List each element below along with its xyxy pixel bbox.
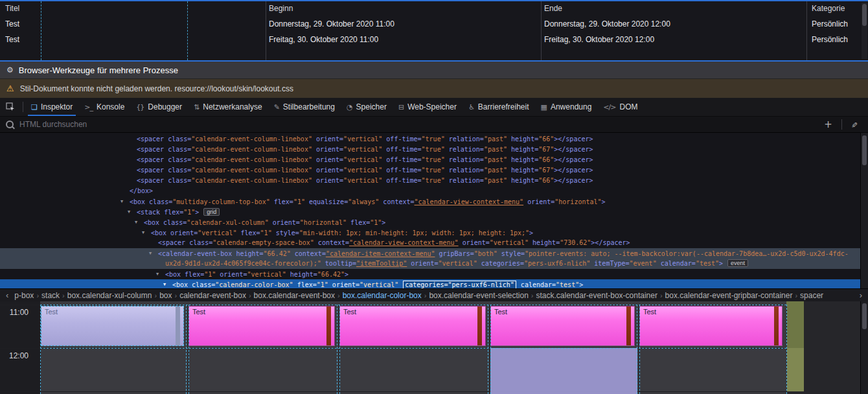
grid-badge[interactable]: grid bbox=[203, 208, 220, 216]
event-badge[interactable]: event bbox=[727, 259, 748, 267]
column-header-beginn[interactable]: Beginn bbox=[269, 3, 293, 14]
breadcrumb-item[interactable]: box.calendar-xul-column bbox=[65, 291, 155, 300]
calendar-scrollbar[interactable] bbox=[860, 301, 868, 394]
event-list-row[interactable]: TestFreitag, 30. Oktober 2020 11:00Freit… bbox=[0, 32, 868, 47]
markup-line[interactable]: ▼<box class="calendar-xul-column" orient… bbox=[0, 217, 868, 227]
markup-line[interactable]: <spacer class="calendar-event-column-lin… bbox=[0, 176, 868, 186]
code-token: "past" bbox=[484, 146, 507, 153]
calendar-event[interactable]: Test bbox=[639, 306, 782, 346]
code-token: > bbox=[529, 229, 533, 237]
markup-line[interactable]: <spacer class="calendar-empty-space-box"… bbox=[0, 238, 868, 248]
twisty-icon[interactable]: ▼ bbox=[120, 196, 130, 207]
grid-overlay-line bbox=[337, 305, 337, 394]
column-header-kategorie[interactable]: Kategorie bbox=[812, 3, 845, 14]
event-list-row[interactable]: TestDonnerstag, 29. Oktober 2020 11:00Do… bbox=[0, 16, 868, 32]
code-token: "event" bbox=[630, 260, 657, 267]
tab-netzwerkanalyse[interactable]: ⇅Netzwerkanalyse bbox=[188, 98, 268, 116]
code-token: <stack flex= bbox=[137, 209, 183, 216]
event-cell: Freitag, 30. Oktober 2020 11:00 bbox=[269, 32, 378, 47]
breadcrumb-item[interactable]: box bbox=[157, 291, 174, 300]
markup-line[interactable]: ▼<box orient="vertical" flex="1" style="… bbox=[0, 227, 868, 238]
markup-line[interactable]: <spacer class="calendar-event-column-lin… bbox=[0, 165, 868, 176]
breadcrumb-scroll-left-icon[interactable]: ‹ bbox=[3, 290, 12, 300]
column-resizer[interactable] bbox=[266, 1, 266, 60]
add-node-button[interactable]: + bbox=[821, 119, 835, 130]
markup-line[interactable]: <spacer class="calendar-event-column-lin… bbox=[0, 145, 868, 155]
tab-label: Speicher bbox=[356, 102, 387, 111]
code-token: relation= bbox=[445, 135, 484, 143]
calendar-event[interactable]: Test bbox=[490, 306, 635, 346]
breadcrumb-item[interactable]: spacer bbox=[797, 291, 826, 300]
markup-line[interactable]: <spacer class="calendar-event-column-lin… bbox=[0, 134, 868, 145]
calendar-event[interactable]: Test bbox=[188, 306, 335, 346]
tab-speicher[interactable]: ◔Speicher bbox=[341, 98, 393, 116]
tab-stilbearbeitung[interactable]: ✎Stilbearbeitung bbox=[268, 98, 341, 116]
code-token: orient= bbox=[523, 198, 554, 205]
search-input[interactable] bbox=[18, 119, 817, 130]
grid-overlay-line bbox=[188, 305, 189, 394]
tab-barrierefreiheit[interactable]: ♿Barrierefreiheit bbox=[463, 98, 535, 116]
tab-konsole[interactable]: >_Konsole bbox=[78, 98, 130, 116]
node-picker-button[interactable] bbox=[0, 98, 21, 116]
column-header-ende[interactable]: Ende bbox=[544, 3, 562, 14]
code-token: "1" bbox=[293, 198, 305, 205]
breadcrumb-item[interactable]: stack.calendar-event-box-container bbox=[534, 291, 660, 300]
scrollbar-thumb[interactable] bbox=[862, 4, 867, 26]
attribute-edit-box[interactable]: categories="pers-uxf6-nlich" bbox=[403, 281, 516, 288]
tab-dom[interactable]: </>DOM bbox=[597, 98, 643, 116]
event-list-scrollbar[interactable] bbox=[862, 3, 867, 59]
markup-line[interactable]: ▼<box flex="1" orient="vertical" height=… bbox=[0, 269, 868, 279]
breadcrumb-item[interactable]: box.calendar-color-box bbox=[340, 291, 424, 300]
column-header-titel[interactable]: Titel bbox=[5, 3, 19, 14]
event-cell: Persönlich bbox=[812, 32, 848, 47]
code-token: <box orient= bbox=[151, 229, 198, 237]
markup-line[interactable]: </box> bbox=[0, 186, 868, 196]
scrollbar-thumb[interactable] bbox=[862, 303, 867, 329]
adjacent-green-column-top bbox=[786, 301, 804, 348]
code-token: "true" bbox=[422, 135, 445, 143]
code-token: "vertical" bbox=[247, 271, 286, 278]
time-label: 12:00 bbox=[0, 351, 29, 360]
breadcrumb-item[interactable]: p-box bbox=[12, 291, 36, 300]
network-icon: ⇅ bbox=[194, 103, 199, 111]
breadcrumb: p-box›stack›box.calendar-xul-column›box›… bbox=[12, 291, 856, 300]
calendar-event[interactable]: Test bbox=[339, 306, 486, 346]
breadcrumb-item[interactable]: box.calendar-event-box bbox=[251, 291, 337, 300]
scrollbar-thumb[interactable] bbox=[862, 135, 867, 165]
markup-line[interactable]: <spacer class="calendar-event-column-lin… bbox=[0, 155, 868, 165]
tab-web-speicher[interactable]: ⊟Web-Speicher bbox=[393, 98, 463, 116]
twisty-icon[interactable]: ▼ bbox=[163, 279, 172, 288]
markup-line[interactable]: ▼<stack flex="1">grid bbox=[0, 207, 868, 217]
code-token: "vertical" bbox=[438, 260, 477, 267]
markup-scrollbar[interactable] bbox=[860, 133, 868, 288]
breadcrumb-item[interactable]: stack bbox=[39, 291, 62, 300]
code-token: <calendar-event-box height= bbox=[158, 250, 264, 257]
calendar-event[interactable]: Test bbox=[41, 306, 184, 346]
tab-debugger[interactable]: {}Debugger bbox=[130, 98, 188, 116]
code-token: "vertical" bbox=[343, 146, 382, 153]
markup-line[interactable]: ▼<box class="calendar-color-box" flex="1… bbox=[0, 279, 868, 288]
console-icon: >_ bbox=[84, 103, 93, 111]
twisty-icon[interactable]: ▼ bbox=[135, 217, 144, 227]
code-token: "vertical" bbox=[343, 167, 382, 174]
breadcrumb-item[interactable]: box.calendar-event-gripbar-container bbox=[663, 291, 795, 300]
markup-line[interactable]: ▼<box class="multiday-column-top-box" fl… bbox=[0, 196, 868, 207]
twisty-icon[interactable]: ▼ bbox=[156, 269, 165, 279]
code-token: height= bbox=[529, 239, 560, 246]
twisty-icon[interactable]: ▼ bbox=[128, 207, 137, 217]
tab-anwendung[interactable]: ▦Anwendung bbox=[535, 98, 598, 116]
column-resizer[interactable] bbox=[806, 1, 807, 60]
twisty-icon[interactable]: ▼ bbox=[142, 227, 151, 238]
column-resizer[interactable] bbox=[541, 1, 542, 60]
breadcrumb-item[interactable]: calendar-event-box bbox=[177, 291, 249, 300]
markup-line[interactable]: ▼<calendar-event-box height="66.42" cont… bbox=[0, 248, 868, 259]
twisty-icon[interactable]: ▼ bbox=[149, 248, 158, 259]
markup-line[interactable]: ux2d-9d1d-ux2d-4c065f9ce04c-forecolor);"… bbox=[0, 259, 868, 269]
tab-inspektor[interactable]: ❏Inspektor bbox=[25, 98, 78, 116]
code-token: ux2d-9d1d-ux2d-4c065f9ce04c-forecolor);" bbox=[165, 260, 321, 267]
breadcrumb-scroll-right-icon[interactable]: › bbox=[856, 290, 865, 300]
code-token: "test" bbox=[556, 281, 579, 288]
eyedropper-button[interactable]: ✐ bbox=[849, 120, 860, 129]
toolbar-divider bbox=[23, 102, 23, 112]
breadcrumb-item[interactable]: box.calendar-event-selection bbox=[426, 291, 531, 300]
